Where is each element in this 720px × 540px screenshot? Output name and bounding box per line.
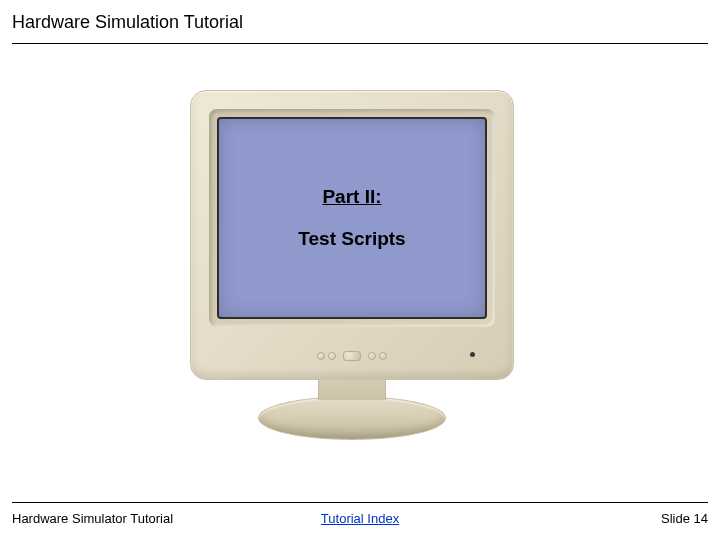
page-title: Hardware Simulation Tutorial <box>12 12 708 41</box>
header-divider <box>12 43 708 44</box>
monitor-knob-icon <box>317 352 325 360</box>
monitor-button-cluster-icon <box>343 351 361 361</box>
section-subtitle: Test Scripts <box>298 228 405 250</box>
monitor-bezel: Part II: Test Scripts <box>190 90 514 380</box>
slide: Hardware Simulation Tutorial Part II: Te… <box>0 0 720 540</box>
footer-center: Tutorial Index <box>12 511 708 526</box>
monitor-power-led-icon <box>470 352 475 357</box>
monitor-knob-icon <box>368 352 376 360</box>
tutorial-index-link[interactable]: Tutorial Index <box>321 511 399 526</box>
slide-footer: Hardware Simulator Tutorial Tutorial Ind… <box>12 502 708 526</box>
monitor-illustration: Part II: Test Scripts <box>190 90 514 470</box>
monitor-knob-icon <box>328 352 336 360</box>
slide-header: Hardware Simulation Tutorial <box>12 12 708 44</box>
monitor-screen: Part II: Test Scripts <box>217 117 487 319</box>
footer-divider <box>12 502 708 503</box>
monitor-knob-icon <box>379 352 387 360</box>
footer-row: Hardware Simulator Tutorial Tutorial Ind… <box>12 511 708 526</box>
section-part-label: Part II: <box>322 186 381 208</box>
monitor-base <box>258 396 446 440</box>
monitor-button-row <box>317 351 387 361</box>
